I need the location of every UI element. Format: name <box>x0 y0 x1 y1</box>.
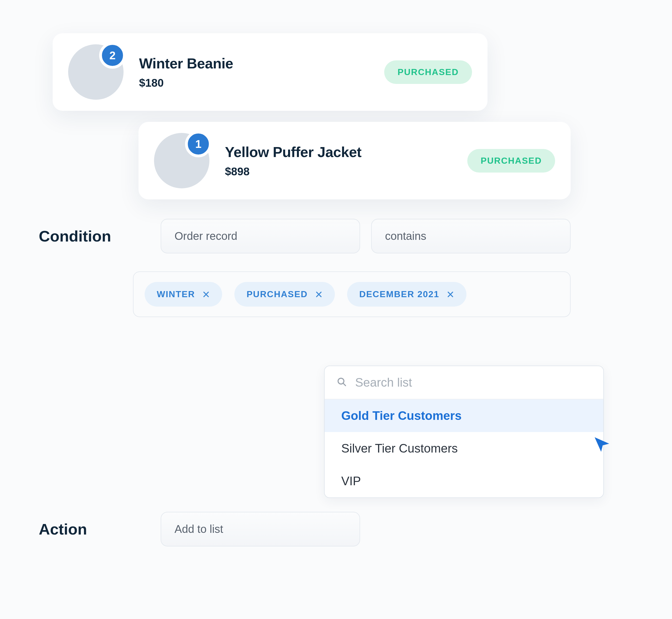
product-card: 2 Winter Beanie $180 PURCHASED <box>53 33 487 111</box>
close-icon[interactable] <box>447 290 454 298</box>
status-badge: PURCHASED <box>467 149 555 173</box>
action-select[interactable]: Add to list <box>161 512 360 546</box>
list-picker-dropdown[interactable]: Gold Tier Customers Silver Tier Customer… <box>324 365 604 498</box>
condition-operator-select[interactable]: contains <box>371 219 570 254</box>
product-avatar-wrap: 2 <box>68 44 124 100</box>
list-option[interactable]: Gold Tier Customers <box>325 399 603 432</box>
list-option[interactable]: VIP <box>325 465 603 497</box>
product-card: 1 Yellow Puffer Jacket $898 PURCHASED <box>138 122 570 199</box>
product-price: $898 <box>225 165 467 178</box>
product-name: Winter Beanie <box>139 55 384 72</box>
filter-tag[interactable]: DECEMBER 2021 <box>347 282 466 306</box>
product-price: $180 <box>139 77 384 89</box>
condition-field-select[interactable]: Order record <box>161 219 360 254</box>
close-icon[interactable] <box>315 290 323 298</box>
cursor-icon <box>592 435 612 454</box>
condition-label: Condition <box>39 227 133 245</box>
product-name: Yellow Puffer Jacket <box>225 144 467 160</box>
filter-tag-label: PURCHASED <box>247 289 308 299</box>
filter-tag[interactable]: PURCHASED <box>234 282 335 306</box>
filter-tag-label: WINTER <box>157 289 195 299</box>
condition-tags-box[interactable]: WINTER PURCHASED DECEMBER 2021 <box>133 271 570 317</box>
svg-line-1 <box>343 383 345 386</box>
product-info: Yellow Puffer Jacket $898 <box>225 144 467 178</box>
close-icon[interactable] <box>202 290 210 298</box>
quantity-badge: 1 <box>185 131 212 157</box>
list-option[interactable]: Silver Tier Customers <box>325 432 603 465</box>
filter-tag[interactable]: WINTER <box>145 282 222 306</box>
search-icon <box>337 377 347 388</box>
filter-tag-label: DECEMBER 2021 <box>359 289 439 299</box>
condition-row: Condition Order record contains <box>39 219 570 254</box>
status-badge: PURCHASED <box>384 60 472 84</box>
product-info: Winter Beanie $180 <box>139 55 384 89</box>
action-row: Action Add to list <box>39 512 360 546</box>
action-label: Action <box>39 520 133 538</box>
quantity-badge: 2 <box>99 42 126 69</box>
product-avatar-wrap: 1 <box>154 133 209 188</box>
search-input[interactable] <box>355 375 591 390</box>
search-row <box>325 366 603 399</box>
